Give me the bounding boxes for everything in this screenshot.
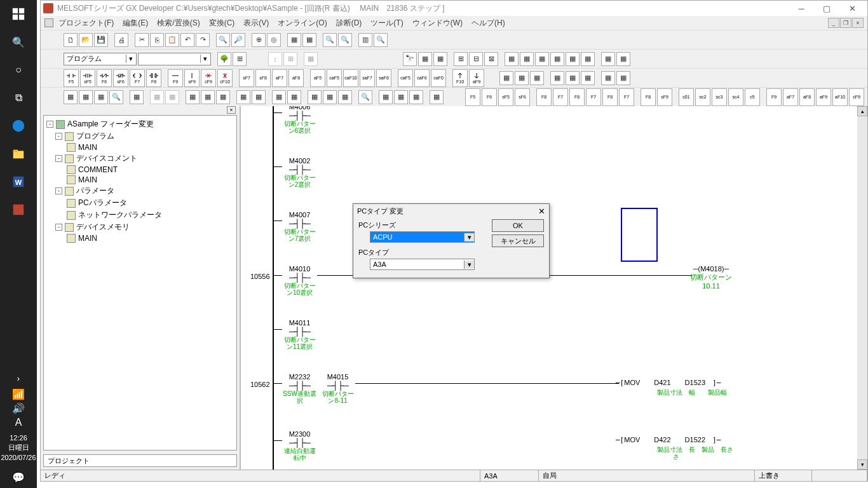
- r4-f6[interactable]: F6: [482, 88, 497, 106]
- sym-saf7[interactable]: saF7: [360, 69, 375, 87]
- menu-convert[interactable]: 変換(C): [205, 17, 239, 30]
- search-icon[interactable]: 🔍: [0, 28, 37, 56]
- r4-s[interactable]: ▦: [379, 90, 393, 104]
- r4-r[interactable]: 🔍: [358, 90, 372, 104]
- tool-g[interactable]: ▦: [304, 52, 318, 66]
- r4-f8c[interactable]: F8: [602, 88, 618, 106]
- find-next-button[interactable]: 🔎: [231, 33, 245, 47]
- tree-netparam[interactable]: ネットワークパラメータ: [78, 210, 162, 220]
- cut-button[interactable]: ✂: [135, 33, 149, 47]
- sym-sf8[interactable]: sF8: [255, 69, 271, 87]
- blank-combo[interactable]: ▾: [138, 53, 211, 65]
- tree-param[interactable]: パラメータ: [76, 186, 114, 196]
- undo-button[interactable]: ↶: [180, 33, 194, 47]
- tool-row3c[interactable]: ▦: [530, 71, 544, 85]
- r4-a[interactable]: ▦: [64, 90, 78, 104]
- r4-f7a[interactable]: F7: [553, 88, 568, 106]
- r4-c01[interactable]: c01: [679, 88, 694, 106]
- r4-m[interactable]: ▦: [272, 90, 286, 104]
- sym-caf6[interactable]: caF6: [414, 69, 430, 87]
- taskview-icon[interactable]: ⧉: [0, 84, 37, 112]
- tree-main1[interactable]: MAIN: [78, 143, 97, 152]
- scroll-down[interactable]: ▾: [857, 459, 867, 470]
- taskbar-clock[interactable]: 12:26 日曜日 2020/07/26: [1, 430, 36, 466]
- del-cf9[interactable]: cF9: [201, 69, 216, 87]
- tool-row3b[interactable]: ▦: [515, 71, 529, 85]
- hline-f9[interactable]: F9: [168, 69, 183, 87]
- paste-button[interactable]: 📋: [165, 33, 179, 47]
- r4-v[interactable]: ▦: [430, 90, 444, 104]
- dialog-close[interactable]: ✕: [538, 207, 545, 216]
- menu-help[interactable]: ヘルプ(H): [468, 17, 509, 30]
- r4-f5[interactable]: F5: [465, 88, 480, 106]
- r4-f8a[interactable]: F8: [536, 88, 552, 106]
- tool-p[interactable]: ▦: [550, 52, 564, 66]
- r4-q[interactable]: ▦: [338, 90, 352, 104]
- network-icon[interactable]: 📶: [0, 388, 37, 402]
- tree-devmem[interactable]: デバイスメモリ: [76, 222, 130, 233]
- r4-af8[interactable]: aF8: [799, 88, 815, 106]
- r4-af9[interactable]: aF9: [816, 88, 831, 106]
- redo-button[interactable]: ↷: [196, 33, 210, 47]
- tool-n[interactable]: ▦: [520, 52, 534, 66]
- sym-caf10[interactable]: caF10: [343, 69, 358, 87]
- tool-f[interactable]: ⊞: [283, 52, 297, 66]
- tool-row3d[interactable]: ▦: [550, 71, 564, 85]
- net-button[interactable]: ⊞: [233, 52, 247, 66]
- gxdev-icon[interactable]: [0, 196, 37, 224]
- r4-h[interactable]: ▦: [186, 90, 200, 104]
- r4-o[interactable]: ▦: [308, 90, 322, 104]
- contact-f5[interactable]: F5: [64, 69, 79, 87]
- type-combo[interactable]: A3A▾: [370, 259, 475, 270]
- tool-row3g[interactable]: ▦: [601, 71, 615, 85]
- tool-row3e[interactable]: ▦: [566, 71, 580, 85]
- print-button[interactable]: 🖨: [114, 33, 128, 47]
- sym-af8[interactable]: aF8: [288, 69, 304, 87]
- r4-e[interactable]: ▦: [130, 90, 144, 104]
- zoom-in-button[interactable]: ⊕: [252, 33, 266, 47]
- tool-l[interactable]: ⊠: [484, 52, 498, 66]
- tree-button[interactable]: 🌳: [217, 52, 231, 66]
- zoom-out-button[interactable]: 🔍: [338, 33, 352, 47]
- r4-j[interactable]: ▦: [216, 90, 230, 104]
- r4-sf9[interactable]: sF9: [657, 88, 672, 106]
- r4-f8b[interactable]: F8: [569, 88, 585, 106]
- r4-n[interactable]: ▦: [287, 90, 301, 104]
- sidebar-close[interactable]: ×: [227, 106, 236, 114]
- tool-e[interactable]: ↕: [268, 52, 282, 66]
- r4-t[interactable]: ▦: [394, 90, 408, 104]
- tool-row3f[interactable]: ▦: [581, 71, 595, 85]
- r4-b[interactable]: ▦: [79, 90, 93, 104]
- r4-sc4[interactable]: sc4: [728, 88, 743, 106]
- open-button[interactable]: 📂: [79, 33, 93, 47]
- r4-i[interactable]: ▦: [201, 90, 215, 104]
- save-button[interactable]: 💾: [94, 33, 108, 47]
- sym-sf7[interactable]: sF7: [239, 69, 254, 87]
- menu-window[interactable]: ウィンドウ(W): [409, 17, 466, 30]
- r4-sf6[interactable]: sF6: [515, 88, 530, 106]
- menu-view[interactable]: 表示(V): [240, 17, 273, 30]
- edge-icon[interactable]: [0, 112, 37, 140]
- tool-j[interactable]: ⊞: [454, 52, 468, 66]
- tree-comment[interactable]: COMMENT: [78, 165, 118, 174]
- menu-tools[interactable]: ツール(T): [367, 17, 407, 30]
- tool-row3a[interactable]: ▦: [499, 71, 513, 85]
- menu-diagnostics[interactable]: 診断(D): [332, 17, 366, 30]
- r4-f7b[interactable]: F7: [586, 88, 601, 106]
- r4-f7c[interactable]: F7: [619, 88, 634, 106]
- r4-sc2[interactable]: sc2: [695, 88, 710, 106]
- contact-f6[interactable]: F6: [97, 69, 112, 87]
- tree-main2[interactable]: MAIN: [78, 175, 97, 184]
- r4-f8d[interactable]: F8: [641, 88, 656, 106]
- new-button[interactable]: 🗋: [64, 33, 78, 47]
- r4-g[interactable]: ▦: [165, 90, 179, 104]
- ime-icon[interactable]: A: [0, 416, 37, 430]
- ok-button[interactable]: OK: [492, 219, 544, 232]
- sym-caf5[interactable]: caF5: [327, 69, 342, 87]
- mdi-close[interactable]: ×: [852, 18, 864, 28]
- sym-af9[interactable]: aF9: [469, 69, 484, 87]
- tool-k[interactable]: ⊟: [469, 52, 483, 66]
- sym-f10[interactable]: F10: [452, 69, 468, 87]
- r4-d[interactable]: 🔍: [109, 90, 123, 104]
- program-combo[interactable]: プログラム▾: [64, 53, 137, 65]
